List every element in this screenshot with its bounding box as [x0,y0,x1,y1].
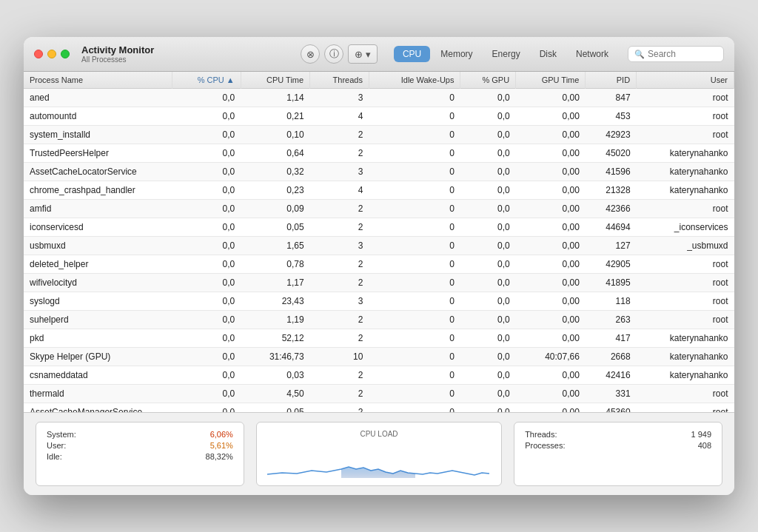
cell-idle: 0 [369,144,460,163]
info-btn[interactable]: ⓘ [324,44,343,64]
cell-cpu-time: 0,03 [241,366,309,385]
minimize-button[interactable] [47,50,56,58]
cell-cpu-time: 0,23 [241,181,309,200]
cell-gpu-time: 0,00 [516,403,586,413]
table-row[interactable]: deleted_helper 0,0 0,78 2 0 0,0 0,00 429… [24,255,734,274]
table-row[interactable]: wifivelocityd 0,0 1,17 2 0 0,0 0,00 4189… [24,274,734,292]
col-gpu[interactable]: % GPU [460,72,516,89]
title-section: Activity Monitor All Processes [81,44,154,64]
cell-pid: 118 [586,292,637,311]
cell-cpu: 0,0 [172,366,241,385]
tab-energy[interactable]: Energy [483,46,529,62]
cell-user: katerynahanko [637,366,734,385]
cell-pid: 2668 [586,348,637,366]
cell-cpu: 0,0 [172,385,241,403]
tab-disk[interactable]: Disk [531,46,566,62]
cell-cpu: 0,0 [172,218,241,237]
tab-memory[interactable]: Memory [432,46,481,62]
cell-name: Skype Helper (GPU) [24,348,172,366]
table-row[interactable]: aned 0,0 1,14 3 0 0,0 0,00 847 root [24,89,734,107]
col-threads[interactable]: Threads [310,72,369,89]
cell-gpu: 0,0 [460,348,516,366]
maximize-button[interactable] [61,50,70,58]
footer-cpu-stats: System: 6,06% User: 5,61% Idle: 88,32% [36,422,244,486]
cell-name: iconservicesd [24,218,172,237]
cell-gpu-time: 0,00 [516,366,586,385]
col-user[interactable]: User [637,72,734,89]
cell-gpu-time: 0,00 [516,311,586,329]
table-row[interactable]: TrustedPeersHelper 0,0 0,64 2 0 0,0 0,00… [24,144,734,163]
cell-name: csnameddatad [24,366,172,385]
search-box: 🔍 [628,46,724,62]
table-row[interactable]: system_installd 0,0 0,10 2 0 0,0 0,00 42… [24,126,734,144]
close-icon-btn[interactable]: ⊗ [301,44,320,64]
cell-user: katerynahanko [637,329,734,348]
process-table-container[interactable]: Process Name % CPU ▲ CPU Time Threads Id… [24,72,734,412]
cell-name: system_installd [24,126,172,144]
table-row[interactable]: thermald 0,0 4,50 2 0 0,0 0,00 331 root [24,385,734,403]
idle-value: 88,32% [206,452,233,461]
cell-cpu-time: 52,12 [241,329,309,348]
cell-threads: 2 [310,126,369,144]
table-row[interactable]: Skype Helper (GPU) 0,0 31:46,73 10 0 0,0… [24,348,734,366]
cell-cpu-time: 0,21 [241,107,309,126]
tab-network[interactable]: Network [567,46,617,62]
col-idle-wakeups[interactable]: Idle Wake-Ups [369,72,460,89]
cell-gpu: 0,0 [460,181,516,200]
table-row[interactable]: pkd 0,0 52,12 2 0 0,0 0,00 417 katerynah… [24,329,734,348]
table-row[interactable]: iconservicesd 0,0 0,05 2 0 0,0 0,00 4469… [24,218,734,237]
cell-threads: 2 [310,311,369,329]
col-cpu-time[interactable]: CPU Time [241,72,309,89]
col-pid[interactable]: PID [586,72,637,89]
cell-cpu-time: 4,50 [241,385,309,403]
footer-process-stats: Threads: 1 949 Processes: 408 [514,422,722,486]
cell-user: katerynahanko [637,348,734,366]
table-row[interactable]: usbmuxd 0,0 1,65 3 0 0,0 0,00 127 _usbmu… [24,237,734,255]
process-tbody: aned 0,0 1,14 3 0 0,0 0,00 847 root auto… [24,89,734,413]
col-cpu[interactable]: % CPU ▲ [172,72,241,89]
col-gpu-time[interactable]: GPU Time [516,72,586,89]
action-btn[interactable]: ⊕ ▾ [348,44,378,64]
cell-user: root [637,403,734,413]
search-input[interactable] [648,49,717,59]
table-row[interactable]: chrome_crashpad_handler 0,0 0,23 4 0 0,0… [24,181,734,200]
cpu-chart-svg [267,441,491,478]
threads-value: 1 949 [691,430,711,439]
cell-cpu-time: 1,14 [241,89,309,107]
app-subtitle: All Processes [81,55,154,64]
cell-gpu-time: 0,00 [516,163,586,181]
cell-idle: 0 [369,218,460,237]
table-row[interactable]: syslogd 0,0 23,43 3 0 0,0 0,00 118 root [24,292,734,311]
cell-threads: 2 [310,255,369,274]
table-row[interactable]: suhelperd 0,0 1,19 2 0 0,0 0,00 263 root [24,311,734,329]
cell-cpu: 0,0 [172,255,241,274]
cell-pid: 127 [586,237,637,255]
table-row[interactable]: AssetCacheLocatorService 0,0 0,32 3 0 0,… [24,163,734,181]
table-row[interactable]: automountd 0,0 0,21 4 0 0,0 0,00 453 roo… [24,107,734,126]
cell-name: syslogd [24,292,172,311]
cell-threads: 10 [310,348,369,366]
col-process-name[interactable]: Process Name [24,72,172,89]
cell-name: AssetCacheManagerService [24,403,172,413]
close-button[interactable] [34,50,43,58]
cell-idle: 0 [369,329,460,348]
table-row[interactable]: amfid 0,0 0,09 2 0 0,0 0,00 42366 root [24,200,734,218]
table-row[interactable]: AssetCacheManagerService 0,0 0,05 2 0 0,… [24,403,734,413]
tab-cpu[interactable]: CPU [394,46,430,62]
cell-name: TrustedPeersHelper [24,144,172,163]
cell-threads: 2 [310,403,369,413]
processes-label: Processes: [525,441,565,450]
search-icon: 🔍 [634,50,645,59]
table-row[interactable]: csnameddatad 0,0 0,03 2 0 0,0 0,00 42416… [24,366,734,385]
cell-name: automountd [24,107,172,126]
cell-threads: 3 [310,237,369,255]
cell-gpu-time: 0,00 [516,329,586,348]
cell-gpu: 0,0 [460,218,516,237]
cell-gpu: 0,0 [460,107,516,126]
cpu-load-panel: CPU LOAD [256,422,502,486]
cell-cpu-time: 0,32 [241,163,309,181]
cell-user: _iconservices [637,218,734,237]
cell-gpu-time: 0,00 [516,200,586,218]
processes-value: 408 [698,441,711,450]
titlebar: Activity Monitor All Processes ⊗ ⓘ ⊕ ▾ C… [24,37,734,72]
